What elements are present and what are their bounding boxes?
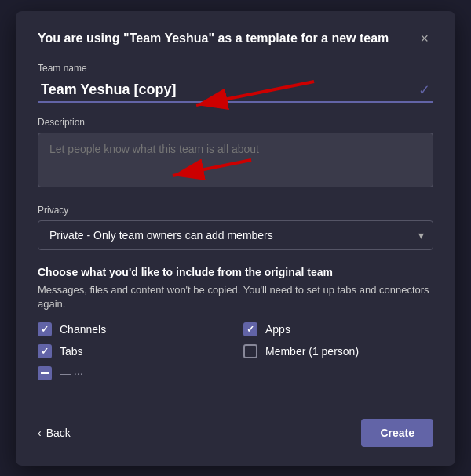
modal-container: You are using "Team Yeshua" as a templat… — [16, 11, 455, 466]
checkmark-icon: ✓ — [41, 324, 49, 335]
team-name-field: Team name ✓ — [38, 63, 433, 103]
modal-title: You are using "Team Yeshua" as a templat… — [38, 30, 389, 47]
checkbox-tabs-box[interactable]: ✓ — [38, 344, 52, 358]
partial-checkbox-row[interactable]: — ··· — [38, 366, 433, 380]
checkbox-tabs-label: Tabs — [60, 345, 83, 358]
include-title: Choose what you'd like to include from t… — [38, 266, 433, 278]
include-section: Choose what you'd like to include from t… — [38, 266, 433, 380]
checkbox-member[interactable]: Member (1 person) — [243, 344, 433, 358]
team-name-label: Team name — [38, 63, 433, 74]
close-button[interactable]: × — [415, 30, 433, 47]
team-name-input[interactable] — [38, 78, 433, 103]
description-label: Description — [38, 117, 433, 128]
partial-bar-icon — [41, 372, 49, 374]
checkbox-channels-label: Channels — [60, 323, 106, 336]
privacy-label: Privacy — [38, 205, 433, 216]
back-arrow-icon: ‹ — [38, 427, 42, 439]
checkbox-tabs[interactable]: ✓ Tabs — [38, 344, 228, 358]
check-icon: ✓ — [418, 82, 430, 99]
privacy-field: Privacy Private - Only team owners can a… — [38, 205, 433, 250]
back-button-label: Back — [46, 427, 71, 439]
checkbox-channels[interactable]: ✓ Channels — [38, 322, 228, 336]
checkmark-icon: ✓ — [41, 346, 49, 357]
modal-footer: ‹ Back Create — [38, 405, 433, 447]
partial-checkbox-box[interactable] — [38, 366, 52, 380]
description-textarea[interactable] — [38, 133, 433, 187]
checkbox-channels-box[interactable]: ✓ — [38, 322, 52, 336]
back-button[interactable]: ‹ Back — [38, 427, 71, 439]
checkboxes-grid: ✓ Channels ✓ Apps ✓ Tabs Member — [38, 322, 433, 358]
privacy-select-wrapper: Private - Only team owners can add membe… — [38, 220, 433, 250]
checkbox-member-label: Member (1 person) — [265, 345, 359, 358]
description-field: Description — [38, 117, 433, 191]
checkbox-apps[interactable]: ✓ Apps — [243, 322, 433, 336]
include-subtitle: Messages, files and content won't be cop… — [38, 283, 433, 311]
checkbox-member-box[interactable] — [243, 344, 257, 358]
partial-label: — ··· — [60, 367, 83, 380]
modal-header: You are using "Team Yeshua" as a templat… — [38, 30, 433, 47]
checkbox-apps-label: Apps — [265, 323, 290, 336]
checkmark-icon: ✓ — [246, 324, 254, 335]
privacy-select[interactable]: Private - Only team owners can add membe… — [38, 220, 433, 250]
create-button[interactable]: Create — [361, 419, 433, 447]
checkbox-apps-box[interactable]: ✓ — [243, 322, 257, 336]
